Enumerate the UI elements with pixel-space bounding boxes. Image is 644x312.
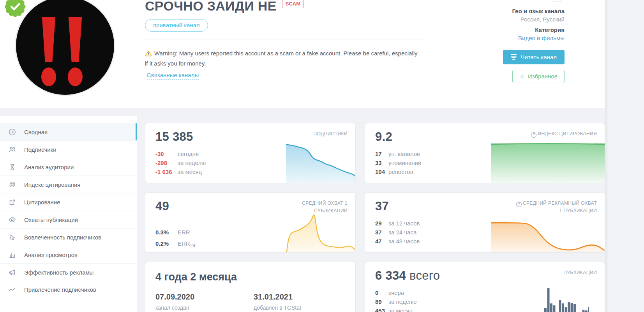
- added-date: 31.01.2021: [254, 292, 301, 301]
- citation-sparkline: [491, 136, 605, 183]
- page-background-strip: [605, 0, 644, 312]
- users-icon: [9, 146, 16, 153]
- sidebar-item-subscribers[interactable]: Подписчики: [0, 140, 137, 158]
- read-channel-button[interactable]: Читать канал: [503, 50, 565, 64]
- scam-badge: SCAM: [282, 0, 304, 8]
- help-icon[interactable]: ?: [516, 202, 522, 207]
- eye-icon: [9, 216, 16, 223]
- private-channel-badge[interactable]: приватный канал: [145, 19, 208, 32]
- star-icon: ☆: [519, 73, 525, 80]
- favorite-button[interactable]: ☆ Избранное: [512, 70, 565, 83]
- avg-reach-sparkline: [286, 212, 355, 252]
- geo-label: Гео и язык канала: [512, 8, 565, 14]
- sidebar-item-audience-analysis[interactable]: Анализ аудитории: [0, 158, 137, 176]
- channel-info: Гео и язык канала Россия, Русский Катего…: [512, 8, 565, 41]
- subscribers-sparkline: [286, 136, 355, 183]
- average-ad-reach-card: ?СРЕДНИЙ РЕКЛАМНЫЙ ОХВАТ 1 ПУБЛИКАЦИИ 37…: [365, 192, 605, 253]
- exclamation-dot: [41, 67, 56, 86]
- scam-warning-text: Warning: Many users reported this accoun…: [145, 48, 418, 69]
- exclamation-mark-icon: [42, 17, 56, 62]
- clipped-top-control: [551, 0, 563, 2]
- created-column: 07.09.2020 канал создан: [155, 292, 348, 311]
- created-date: 07.09.2020: [155, 292, 348, 301]
- added-label: добавлен в TGStat: [254, 305, 301, 311]
- bar-chart-icon: [9, 251, 16, 259]
- header-divider: [145, 39, 423, 39]
- exclamation-dot: [68, 67, 83, 86]
- tgstat-channel-page: СРОЧНО ЗАИДИ НЕ SCAM приватный канал War…: [0, 0, 644, 312]
- related-channels-link[interactable]: Связанные каналы: [147, 72, 199, 80]
- content-area: Сводная Подписчики Анализ аудитории @: [0, 116, 605, 312]
- header-buttons: Читать канал ☆ Избранное: [503, 50, 565, 83]
- gauge-icon: [9, 128, 16, 136]
- stat-cards-grid: ПОДПИСЧИКИ 15 385 -30сегодня -298за неде…: [145, 116, 605, 312]
- category-link[interactable]: Видео и фильмы: [512, 35, 565, 41]
- sidebar-item-post-reach[interactable]: Охваты публикаций: [0, 211, 137, 228]
- hourglass-icon: [9, 163, 16, 171]
- sidebar-item-subscriber-acquisition[interactable]: Привлечение подписчиков: [0, 281, 137, 298]
- created-label: канал создан: [155, 305, 348, 311]
- verified-badge-icon: [5, 0, 26, 17]
- warning-triangle-icon: [145, 50, 152, 57]
- subscribers-card: ПОДПИСЧИКИ 15 385 -30сегодня -298за неде…: [145, 123, 356, 183]
- publications-card: ПУБЛИКАЦИИ 6 334 всего 0вчера 89за недел…: [365, 262, 605, 312]
- ad-reach-sparkline: [491, 218, 605, 252]
- channel-age-value: 4 года 2 месяца: [155, 271, 348, 283]
- added-column: 31.01.2021 добавлен в TGStat: [254, 292, 301, 311]
- sidebar-item-citation-index[interactable]: @ Индекс цитирования: [0, 176, 137, 193]
- title-block: СРОЧНО ЗАИДИ НЕ SCAM приватный канал: [145, 0, 304, 32]
- cursor-click-icon: [9, 234, 16, 241]
- sidebar: Сводная Подписчики Анализ аудитории @: [0, 116, 137, 312]
- sidebar-item-summary[interactable]: Сводная: [0, 123, 137, 140]
- megaphone-icon: [9, 269, 16, 276]
- sidebar-item-ad-effectiveness[interactable]: Эффективность рекламы: [0, 263, 137, 281]
- category-label: Категория: [512, 27, 565, 33]
- page-title: СРОЧНО ЗАИДИ НЕ: [145, 0, 277, 14]
- publications-bar-sparkline: [540, 273, 589, 312]
- channel-age-card: 4 года 2 месяца 07.09.2020 канал создан …: [145, 262, 356, 312]
- sidebar-item-citation[interactable]: Цитирование: [0, 193, 137, 211]
- sidebar-item-views-analysis[interactable]: Анализ просмотров: [0, 246, 137, 263]
- quote-forward-icon: [9, 199, 16, 206]
- main-panel: СРОЧНО ЗАИДИ НЕ SCAM приватный канал War…: [0, 0, 605, 312]
- average-reach-card: СРЕДНИЙ ОХВАТ 1 ПУБЛИКАЦИИ 49 0.3%ERR 0.…: [145, 192, 356, 253]
- feed-lines-icon: [511, 53, 517, 60]
- citation-index-card: ?ИНДЕКС ЦИТИРОВАНИЯ 9.2 17уп. каналов 33…: [365, 123, 605, 183]
- trend-line-icon: [9, 286, 16, 293]
- sidebar-item-engagement[interactable]: Вовлеченность подписчиков: [0, 228, 137, 246]
- at-sign-icon: @: [9, 181, 16, 188]
- channel-header: СРОЧНО ЗАИДИ НЕ SCAM приватный канал War…: [0, 0, 605, 108]
- exclamation-mark-icon: [68, 17, 82, 62]
- channel-avatar: [15, 0, 115, 96]
- geo-value: Россия, Русский: [512, 16, 565, 23]
- ad-reach-card-label: ?СРЕДНИЙ РЕКЛАМНЫЙ ОХВАТ 1 ПУБЛИКАЦИИ: [515, 200, 597, 214]
